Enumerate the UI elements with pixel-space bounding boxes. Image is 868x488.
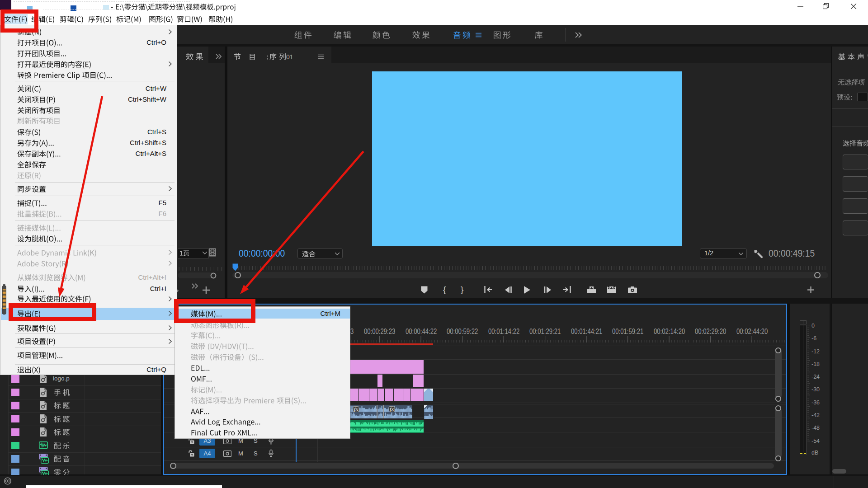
svg-text:fx: fx — [354, 406, 359, 412]
svg-text:fx: fx — [390, 406, 394, 412]
